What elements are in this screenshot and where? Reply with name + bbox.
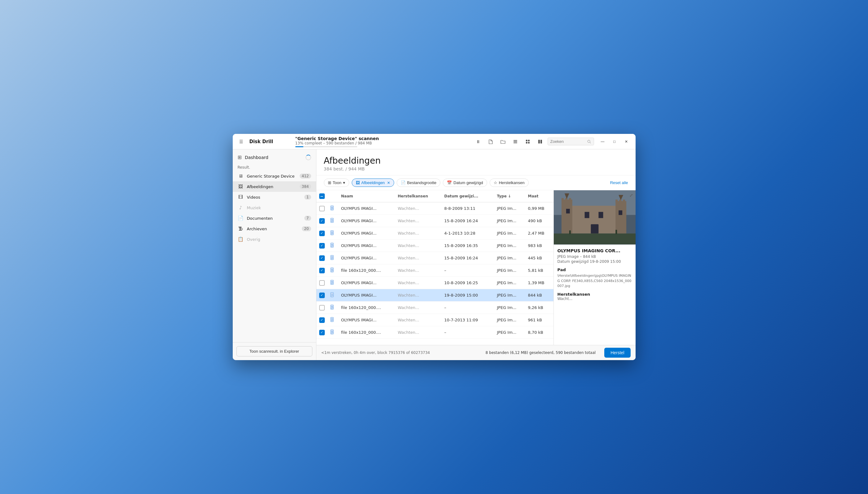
svg-rect-12 <box>331 207 333 208</box>
grid-view-button[interactable] <box>523 137 533 147</box>
app-branding: ☰ Disk Drill <box>236 137 289 147</box>
svg-rect-69 <box>584 212 589 218</box>
sidebar-item-videos[interactable]: 🎞 Videos 1 <box>233 192 316 202</box>
table-row[interactable]: file 160x120_000.... Wachten... – JPEG I… <box>316 264 554 277</box>
preview-expand-button[interactable]: ⤢ <box>630 193 633 198</box>
new-file-button[interactable] <box>486 137 496 147</box>
dashboard-icon: ⊞ <box>238 154 242 160</box>
table-row[interactable]: OLYMPUS IMAGI... Wachten... 15-8-2009 16… <box>316 215 554 227</box>
svg-rect-36 <box>331 281 333 282</box>
table-row[interactable]: OLYMPUS IMAGI... Wachten... 10-8-2009 16… <box>316 277 554 289</box>
datum-filter-button[interactable]: 📅 Datum gewijzigd <box>443 178 487 187</box>
row-datum: – <box>442 303 495 312</box>
row-checkbox[interactable] <box>319 292 325 298</box>
row-file-icon <box>328 253 339 263</box>
row-checkbox-cell[interactable] <box>316 330 328 335</box>
status-left: <1m verstreken, 0h 4m over, block 791537… <box>321 350 430 355</box>
row-checkbox[interactable] <box>319 243 325 249</box>
select-all-checkbox[interactable] <box>319 193 325 199</box>
row-file-icon <box>328 241 339 250</box>
row-herstel: Wachten... <box>396 229 442 238</box>
row-type: JPEG Im... <box>495 303 525 312</box>
table-row[interactable]: OLYMPUS IMAGI... Wachten... 8-8-2009 13:… <box>316 202 554 215</box>
show-explorer-button[interactable]: Toon scanresult. in Explorer <box>236 346 312 356</box>
row-checkbox-cell[interactable] <box>316 292 328 298</box>
sidebar-item-storage[interactable]: 🖥 Generic Storage Device 412 <box>233 171 316 181</box>
th-herstelkansen: Herstelkansen <box>396 193 442 200</box>
svg-rect-76 <box>615 230 617 234</box>
th-naam[interactable]: Naam <box>339 193 396 200</box>
th-datum[interactable]: Datum gewijzi... <box>442 193 495 200</box>
svg-point-9 <box>588 140 590 142</box>
table-row[interactable]: file 160x120_000.... Wachten... – JPEG I… <box>316 326 554 339</box>
row-checkbox-cell[interactable] <box>316 218 328 224</box>
main-window: ☰ Disk Drill "Generic Storage Device" sc… <box>233 134 636 360</box>
row-checkbox[interactable] <box>319 330 325 335</box>
close-filter-icon[interactable]: ✕ <box>387 181 390 185</box>
maximize-button[interactable]: □ <box>609 136 620 147</box>
close-button[interactable]: ✕ <box>621 136 632 147</box>
table-row[interactable]: OLYMPUS IMAGI... Wachten... 15-8-2009 16… <box>316 240 554 252</box>
content-header: Afbeeldingen 384 best. / 944 MB <box>316 149 636 175</box>
minimize-button[interactable]: — <box>597 136 608 147</box>
svg-rect-68 <box>619 210 622 215</box>
titlebar: ☰ Disk Drill "Generic Storage Device" sc… <box>233 134 636 149</box>
sidebar-item-documents-label: Documenten <box>247 216 301 221</box>
row-checkbox-cell[interactable] <box>316 231 328 236</box>
row-name: file 160x120_000.... <box>339 266 396 274</box>
row-checkbox[interactable] <box>319 218 325 224</box>
table-row[interactable]: OLYMPUS IMAGI... Wachten... 4-1-2013 10:… <box>316 227 554 240</box>
row-checkbox[interactable] <box>319 317 325 323</box>
search-input[interactable] <box>551 139 586 144</box>
row-checkbox-cell[interactable] <box>316 206 328 211</box>
preview-panel: ⤢ <box>554 190 636 345</box>
preview-path-label: Pad <box>558 267 632 272</box>
row-checkbox[interactable] <box>319 206 325 211</box>
open-folder-button[interactable] <box>498 137 508 147</box>
list-view-button[interactable] <box>510 137 520 147</box>
row-checkbox-cell[interactable] <box>316 317 328 323</box>
sidebar-item-images[interactable]: 🖼 Afbeeldingen 384 <box>233 181 316 192</box>
header-checkbox-cell[interactable] <box>316 193 328 199</box>
afbeeldingen-filter-button[interactable]: 🖼 Afbeeldingen ✕ <box>352 178 394 187</box>
table-row[interactable]: OLYMPUS IMAGI... Wachten... 19-8-2009 15… <box>316 289 554 302</box>
svg-rect-64 <box>615 200 618 203</box>
sidebar-item-documents[interactable]: 📄 Documenten 7 <box>233 213 316 224</box>
table-row[interactable]: OLYMPUS IMAGI... Wachten... 10-7-2013 11… <box>316 314 554 326</box>
row-checkbox-cell[interactable] <box>316 268 328 273</box>
row-checkbox-cell[interactable] <box>316 243 328 249</box>
images-icon: 🖼 <box>238 184 244 189</box>
row-checkbox-cell[interactable] <box>316 305 328 310</box>
filter-bar: ⊞ Toon ▾ 🖼 Afbeeldingen ✕ 📄 Bestandsgroo… <box>316 175 636 190</box>
row-checkbox-cell[interactable] <box>316 280 328 286</box>
row-type: JPEG Im... <box>495 254 525 262</box>
row-checkbox[interactable] <box>319 268 325 273</box>
row-checkbox[interactable] <box>319 280 325 286</box>
scan-title: "Generic Storage Device" scannen <box>295 136 379 141</box>
row-checkbox-cell[interactable] <box>316 255 328 261</box>
row-checkbox[interactable] <box>319 231 325 236</box>
row-datum: 10-8-2009 16:25 <box>442 279 495 287</box>
row-checkbox[interactable] <box>319 255 325 261</box>
row-maat: 1,39 MB <box>525 279 554 287</box>
row-type: JPEG Im... <box>495 204 525 213</box>
table-row[interactable]: OLYMPUS IMAGI... Wachten... 15-8-2009 16… <box>316 252 554 264</box>
svg-rect-32 <box>331 269 333 270</box>
herstel-button[interactable]: Herstel <box>604 348 630 358</box>
sidebar-item-archives[interactable]: 🗜 Archieven 20 <box>233 224 316 234</box>
table-row[interactable]: file 160x120_000.... Wachten... – JPEG I… <box>316 302 554 314</box>
th-type[interactable]: Type ↓ <box>495 193 525 200</box>
other-icon: 📋 <box>238 236 244 242</box>
split-view-button[interactable] <box>535 137 545 147</box>
row-name: file 160x120_000.... <box>339 328 396 337</box>
reset-all-button[interactable]: Reset alle <box>610 180 628 185</box>
row-checkbox[interactable] <box>319 305 325 310</box>
pause-button[interactable]: ⏸ <box>473 137 483 147</box>
hamburger-button[interactable]: ☰ <box>236 137 246 147</box>
sidebar-item-videos-count: 1 <box>304 195 311 200</box>
svg-rect-66 <box>623 200 625 203</box>
sidebar-item-archives-label: Archieven <box>247 227 299 231</box>
toon-filter-button[interactable]: ⊞ Toon ▾ <box>324 178 349 187</box>
bestandsgrootte-filter-button[interactable]: 📄 Bestandsgrootte <box>397 178 441 187</box>
herstelkansen-filter-button[interactable]: ☆ Herstelkansen <box>489 178 529 187</box>
